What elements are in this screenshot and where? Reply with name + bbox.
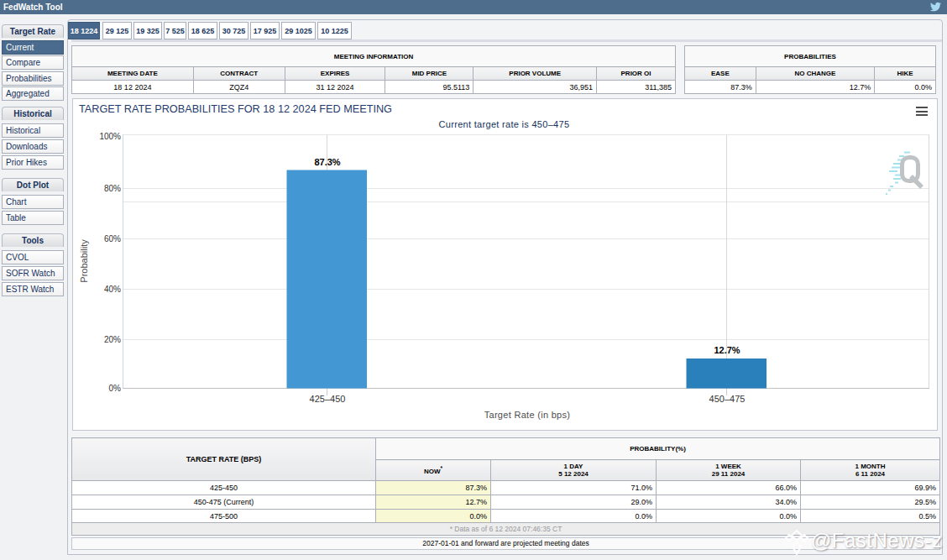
svg-text:100%: 100% <box>99 132 121 141</box>
svg-text:425–450: 425–450 <box>310 394 346 404</box>
svg-text:0%: 0% <box>109 384 122 393</box>
svg-text:Target Rate (in bps): Target Rate (in bps) <box>484 410 571 420</box>
svg-text:40%: 40% <box>104 285 121 294</box>
svg-text:20%: 20% <box>104 335 121 344</box>
svg-text:80%: 80% <box>104 184 121 193</box>
svg-text:12.7%: 12.7% <box>714 345 740 355</box>
svg-text:Probability: Probability <box>79 239 89 283</box>
svg-text:87.3%: 87.3% <box>314 157 340 167</box>
svg-text:60%: 60% <box>104 234 121 243</box>
svg-text:450–475: 450–475 <box>709 394 746 404</box>
